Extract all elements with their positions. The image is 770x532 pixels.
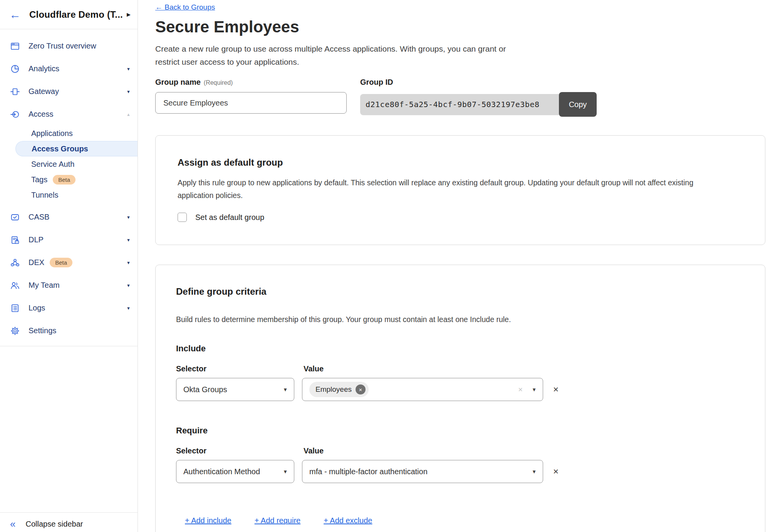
selector-label: Selector xyxy=(176,446,206,455)
chevron-up-icon[interactable]: ▲ xyxy=(126,112,131,117)
beta-badge: Beta xyxy=(53,175,75,185)
sidebar-header: ← Cloudflare Demo (T... ▶ xyxy=(0,0,138,29)
sidebar-item-tags[interactable]: Tags Beta xyxy=(0,172,138,187)
gateway-icon xyxy=(10,87,20,97)
add-rule-links: + Add include + Add require + Add exclud… xyxy=(176,516,743,525)
chevron-down-icon[interactable]: ▼ xyxy=(126,260,131,265)
caret-right-icon[interactable]: ▶ xyxy=(127,12,131,17)
sidebar-item-label: Applications xyxy=(31,129,73,138)
require-rule-row: Authentication Method ▼ mfa - multiple-f… xyxy=(176,460,743,483)
chevron-down-icon[interactable]: ▼ xyxy=(126,215,131,220)
include-selector-dropdown[interactable]: Okta Groups ▼ xyxy=(176,378,294,401)
sidebar: ← Cloudflare Demo (T... ▶ Zero Trust ove… xyxy=(0,0,138,532)
sidebar-item-label: Logs xyxy=(29,304,45,312)
require-column-labels: Selector Value xyxy=(176,446,743,455)
sidebar-item-label: Tunnels xyxy=(31,191,58,200)
criteria-card-description: Build rules to determine membership of t… xyxy=(176,313,725,326)
sidebar-item-dex[interactable]: DEX Beta ▼ xyxy=(0,251,138,274)
logs-icon xyxy=(10,303,20,313)
sidebar-item-tunnels[interactable]: Tunnels xyxy=(0,187,138,203)
add-require-link[interactable]: + Add require xyxy=(255,516,301,525)
value-label: Value xyxy=(304,446,324,455)
window-icon xyxy=(10,41,20,51)
clear-icon[interactable]: × xyxy=(518,385,523,394)
group-id-field-group: Group ID d21ce80f-5a25-4bcf-9b07-5032197… xyxy=(360,78,597,117)
include-selector-value: Okta Groups xyxy=(183,385,227,394)
access-icon xyxy=(10,109,20,119)
chevron-down-icon: ▼ xyxy=(283,387,288,393)
pie-chart-icon xyxy=(10,64,20,74)
chevron-down-icon[interactable]: ▼ xyxy=(126,283,131,288)
selector-label: Selector xyxy=(176,364,206,373)
require-value-dropdown[interactable]: mfa - multiple-factor authentication ▼ xyxy=(302,460,543,483)
beta-badge: Beta xyxy=(50,258,72,267)
include-heading: Include xyxy=(176,344,743,354)
set-default-checkbox[interactable] xyxy=(178,213,187,222)
chevron-down-icon[interactable]: ▼ xyxy=(126,306,131,310)
chevron-down-icon: ▼ xyxy=(532,387,537,393)
collapse-sidebar-button[interactable]: « Collapse sidebar xyxy=(0,512,138,529)
sidebar-item-logs[interactable]: Logs ▼ xyxy=(0,297,138,319)
chip-remove-icon[interactable]: × xyxy=(356,384,366,394)
sidebar-item-label: Gateway xyxy=(29,87,59,96)
required-hint: (Required) xyxy=(204,79,233,86)
chevron-down-icon[interactable]: ▼ xyxy=(126,89,131,94)
include-value-multiselect[interactable]: Employees × × ▼ xyxy=(302,378,543,401)
sidebar-item-settings[interactable]: Settings xyxy=(0,319,138,342)
dex-icon xyxy=(10,258,20,268)
page-description: Create a new rule group to use across mu… xyxy=(155,42,525,69)
add-include-link[interactable]: + Add include xyxy=(185,516,232,525)
chevron-down-icon: ▼ xyxy=(283,469,288,475)
main-content: ← Back to Groups Secure Employees Create… xyxy=(138,0,770,532)
group-name-input[interactable] xyxy=(155,92,347,114)
chevron-down-icon[interactable]: ▼ xyxy=(126,67,131,71)
account-name[interactable]: Cloudflare Demo (T... xyxy=(29,9,124,20)
sidebar-item-gateway[interactable]: Gateway ▼ xyxy=(0,80,138,103)
sidebar-item-label: Tags xyxy=(31,175,47,184)
group-meta-row: Group name(Required) Group ID d21ce80f-5… xyxy=(155,78,765,117)
remove-require-rule-icon[interactable]: × xyxy=(553,467,559,476)
sidebar-item-label: Zero Trust overview xyxy=(29,42,96,50)
sidebar-nav: Zero Trust overview Analytics ▼ Gateway … xyxy=(0,29,138,346)
sidebar-item-casb[interactable]: CASB ▼ xyxy=(0,206,138,228)
back-arrow-icon[interactable]: ← xyxy=(9,9,21,20)
chevron-down-icon[interactable]: ▼ xyxy=(126,238,131,242)
require-value-text: mfa - multiple-factor authentication xyxy=(309,467,428,476)
sidebar-item-label: Access Groups xyxy=(32,144,88,153)
page-title: Secure Employees xyxy=(155,18,765,36)
include-column-labels: Selector Value xyxy=(176,364,743,373)
sidebar-item-label: DEX xyxy=(29,258,44,267)
chevron-down-icon: ▼ xyxy=(532,469,537,475)
default-group-card-title: Assign as default group xyxy=(178,157,743,168)
sidebar-item-access-groups[interactable]: Access Groups xyxy=(15,141,138,156)
require-selector-dropdown[interactable]: Authentication Method ▼ xyxy=(176,460,294,483)
sidebar-item-service-auth[interactable]: Service Auth xyxy=(0,156,138,172)
gear-icon xyxy=(10,326,20,336)
dlp-icon xyxy=(10,235,20,245)
sidebar-divider xyxy=(0,346,138,346)
sidebar-item-analytics[interactable]: Analytics ▼ xyxy=(0,57,138,80)
criteria-card-title: Define group criteria xyxy=(176,286,743,297)
add-exclude-link[interactable]: + Add exclude xyxy=(324,516,372,525)
set-default-checkbox-label: Set as default group xyxy=(195,213,264,222)
criteria-card: Define group criteria Build rules to det… xyxy=(155,265,765,532)
back-to-groups-link[interactable]: ← Back to Groups xyxy=(155,3,215,12)
value-chip-label: Employees xyxy=(315,385,352,394)
sidebar-item-zero-trust-overview[interactable]: Zero Trust overview xyxy=(0,35,138,57)
require-selector-value: Authentication Method xyxy=(183,467,260,476)
sidebar-item-my-team[interactable]: My Team ▼ xyxy=(0,274,138,297)
sidebar-item-applications[interactable]: Applications xyxy=(0,126,138,141)
copy-button[interactable]: Copy xyxy=(559,92,597,117)
default-group-card-description: Apply this rule group to new application… xyxy=(178,176,726,202)
sidebar-item-label: DLP xyxy=(29,235,44,244)
sidebar-item-label: Analytics xyxy=(29,64,59,73)
sidebar-item-access[interactable]: Access ▲ xyxy=(0,103,138,126)
require-heading: Require xyxy=(176,426,743,436)
sidebar-item-label: Settings xyxy=(29,326,56,335)
double-chevron-left-icon: « xyxy=(10,519,15,529)
remove-include-rule-icon[interactable]: × xyxy=(553,385,559,394)
sidebar-item-label: Service Auth xyxy=(31,160,74,169)
sidebar-item-label: Access xyxy=(29,110,53,119)
sidebar-item-dlp[interactable]: DLP ▼ xyxy=(0,228,138,251)
include-rule-row: Okta Groups ▼ Employees × × ▼ × xyxy=(176,378,743,401)
